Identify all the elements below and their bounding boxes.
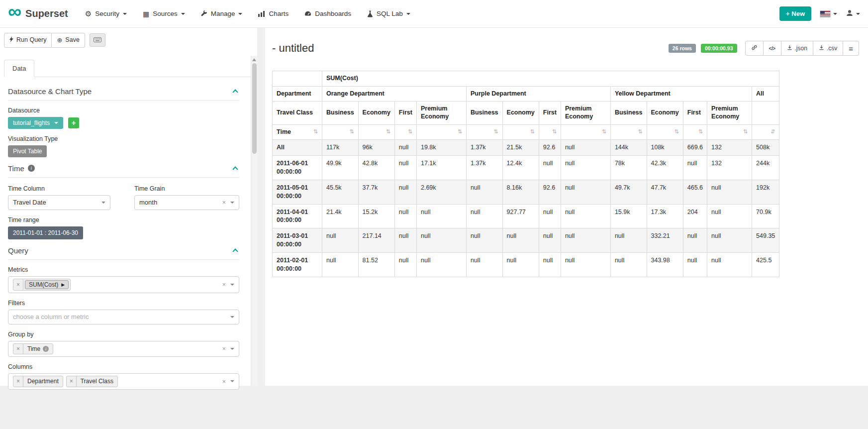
remove-tag-icon[interactable]: × <box>13 280 23 290</box>
sort-header[interactable]: ⇵ <box>752 124 779 140</box>
time-range-label: Time range <box>8 216 239 223</box>
pivot-row: 2011-05-01 00:00:0045.5k37.7knull2.69knu… <box>273 180 779 204</box>
sort-header[interactable]: ⇅ <box>561 124 610 140</box>
explore-view: Run Query ⊕ Save Data Datasource & Chart <box>0 28 868 386</box>
groupby-tag[interactable]: × Time i <box>13 343 53 354</box>
filters-select[interactable]: choose a column or metric <box>8 310 239 324</box>
sort-icon[interactable]: ⇅ <box>743 128 748 135</box>
section-query-header[interactable]: Query <box>8 246 239 255</box>
time-sort-header[interactable]: Time⇅ <box>273 124 322 140</box>
sort-icon[interactable]: ⇅ <box>386 128 390 135</box>
sort-header[interactable]: ⇅ <box>647 124 683 140</box>
sort-icon[interactable]: ⇅ <box>408 128 412 135</box>
remove-tag-icon[interactable]: × <box>67 376 77 386</box>
plus-icon: + <box>786 10 790 17</box>
column-tag[interactable]: × Department <box>13 376 63 387</box>
sort-icon[interactable]: ⇵ <box>771 128 775 135</box>
nav-item-sources[interactable]: ▦ Sources <box>143 10 185 17</box>
new-button[interactable]: +New <box>779 6 811 21</box>
user-menu[interactable] <box>846 9 860 18</box>
sort-header[interactable]: ⇅ <box>610 124 647 140</box>
nav-item-manage[interactable]: Manage <box>201 10 243 17</box>
pivot-value-cell: 2.69k <box>416 180 466 204</box>
clear-icon[interactable]: × <box>222 378 226 385</box>
nav-item-sql-lab[interactable]: SQL Lab <box>367 10 410 17</box>
sort-header[interactable]: ⇅ <box>416 124 466 140</box>
metrics-select[interactable]: × SUM(Cost) ▶ × <box>8 276 239 293</box>
viz-type-button[interactable]: Pivot Table <box>8 145 47 157</box>
column-group-header: All <box>752 86 779 102</box>
section-datasource-header[interactable]: Datasource & Chart Type <box>8 87 239 96</box>
chart-header-actions: 26 rows 00:00:00.93 </> <box>669 41 859 56</box>
columns-select[interactable]: × Department × Travel Class × <box>8 373 239 389</box>
brand-name: Superset <box>25 8 68 19</box>
pivot-value-cell: 108k <box>647 140 683 156</box>
filters-label: Filters <box>8 300 239 307</box>
sort-header[interactable]: ⇅ <box>466 124 502 140</box>
sort-icon[interactable]: ⇅ <box>638 128 642 135</box>
nav-item-security[interactable]: ⚙ Security <box>85 10 127 17</box>
short-link-button[interactable] <box>745 41 764 56</box>
scrollbar-thumb[interactable] <box>252 63 257 154</box>
time-column-select[interactable]: Travel Date <box>8 195 110 210</box>
add-datasource-button[interactable]: + <box>68 117 79 128</box>
sort-icon[interactable]: ⇅ <box>349 128 354 135</box>
sort-header[interactable]: ⇅ <box>683 124 707 140</box>
sort-icon[interactable]: ⇅ <box>552 128 557 135</box>
clear-icon[interactable]: × <box>222 281 226 288</box>
clear-icon[interactable]: × <box>222 199 226 206</box>
sort-icon[interactable]: ⇅ <box>675 128 679 135</box>
scrollbar-up-arrow[interactable] <box>252 58 256 61</box>
column-tag[interactable]: × Travel Class <box>66 376 118 387</box>
pivot-value-cell: null <box>683 156 707 180</box>
superset-brand[interactable]: ∞ Superset <box>8 8 68 19</box>
groupby-select[interactable]: × Time i × <box>8 341 239 357</box>
sort-icon[interactable]: ⇅ <box>458 128 462 135</box>
remove-tag-icon[interactable]: × <box>13 344 23 354</box>
sort-icon[interactable]: ⇅ <box>313 128 318 135</box>
datasource-select-button[interactable]: tutorial_flights <box>8 117 63 129</box>
language-selector[interactable] <box>820 11 837 17</box>
section-title: Query <box>8 246 28 255</box>
sort-icon[interactable]: ⇅ <box>493 128 498 135</box>
sort-header[interactable]: ⇅ <box>322 124 359 140</box>
remove-tag-icon[interactable]: × <box>13 376 23 386</box>
pivot-value-cell: null <box>561 156 610 180</box>
nav-item-charts[interactable]: Charts <box>258 10 289 17</box>
column-group-header: Orange Department <box>322 86 467 102</box>
groupby-value: Time <box>27 345 40 352</box>
pivot-value-cell: 132 <box>707 156 752 180</box>
pivot-value-cell: null <box>539 253 561 277</box>
chart-menu-button[interactable]: ≡ <box>843 41 859 56</box>
keyboard-shortcuts-button[interactable] <box>90 33 105 47</box>
sort-icon[interactable]: ⇅ <box>530 128 535 135</box>
export-csv-label: .csv <box>827 45 837 52</box>
nav-item-dashboards[interactable]: Dashboards <box>304 10 351 17</box>
pivot-value-cell: null <box>561 253 610 277</box>
pivot-value-cell: 17.3k <box>647 204 683 228</box>
embed-code-button[interactable]: </> <box>764 41 781 56</box>
export-csv-button[interactable]: .csv <box>813 41 843 56</box>
export-json-button[interactable]: .json <box>781 41 813 56</box>
metric-pill[interactable]: SUM(Cost) ▶ <box>25 280 69 289</box>
time-range-button[interactable]: 2011-01-01 : 2011-06-30 <box>8 226 83 239</box>
run-query-button[interactable]: Run Query <box>4 33 52 48</box>
metric-tag[interactable]: × SUM(Cost) ▶ <box>13 279 71 291</box>
divider <box>8 177 239 178</box>
sort-icon[interactable]: ⇅ <box>602 128 606 135</box>
section-time-header[interactable]: Time i <box>8 164 239 173</box>
sub-column-header: Business <box>610 102 647 124</box>
panel-scrollbar[interactable] <box>251 56 257 386</box>
time-grain-select[interactable]: month × <box>134 195 239 210</box>
sort-header[interactable]: ⇅ <box>502 124 539 140</box>
sort-header[interactable]: ⇅ <box>358 124 394 140</box>
pivot-time-cell: 2011-05-01 00:00:00 <box>273 180 322 204</box>
sort-icon[interactable]: ⇅ <box>698 128 703 135</box>
clear-icon[interactable]: × <box>222 345 226 352</box>
tab-data[interactable]: Data <box>4 60 34 77</box>
sort-header[interactable]: ⇅ <box>394 124 416 140</box>
table-icon: ▦ <box>143 10 149 17</box>
sort-header[interactable]: ⇅ <box>707 124 752 140</box>
sort-header[interactable]: ⇅ <box>539 124 561 140</box>
save-button[interactable]: ⊕ Save <box>52 33 85 48</box>
